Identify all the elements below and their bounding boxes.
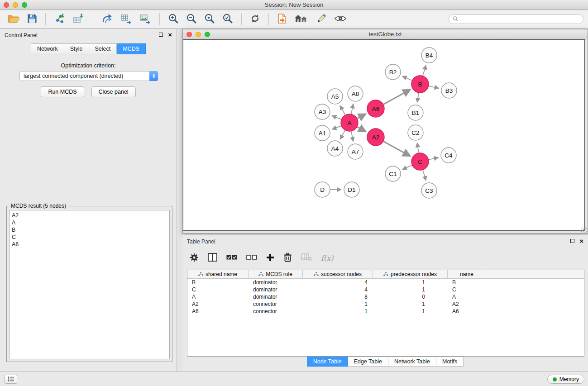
close-panel-icon[interactable]: × — [579, 238, 583, 243]
graph-edge-B-B1[interactable] — [417, 93, 419, 102]
graph-edge-A-A3[interactable] — [332, 116, 341, 119]
export-image-icon — [139, 13, 151, 25]
select-all-button[interactable] — [226, 254, 237, 262]
zoom-selected-button[interactable] — [219, 12, 236, 27]
list-item[interactable]: A6 — [12, 241, 167, 248]
network-minimize-button[interactable] — [196, 32, 201, 37]
column-header[interactable]: predecessor nodes — [373, 270, 448, 278]
float-panel-icon[interactable] — [159, 33, 163, 37]
annotation-pen-button[interactable] — [313, 12, 330, 27]
column-label: successor nodes — [321, 271, 362, 277]
table-row[interactable]: A dominator 8 0 A — [187, 293, 584, 300]
task-history-button[interactable] — [5, 375, 17, 384]
list-item[interactable]: C — [12, 234, 167, 241]
optimization-criterion-select[interactable]: largest connected component (directed) — [19, 71, 158, 81]
graph-edge-A-A7[interactable] — [351, 132, 353, 141]
graph-edge-B-B2[interactable] — [403, 76, 412, 81]
tab-motifs[interactable]: Motifs — [436, 357, 464, 367]
table-row[interactable]: B dominator 4 1 B — [187, 279, 584, 286]
graph-edge-A-A5[interactable] — [340, 106, 345, 114]
tab-node-table[interactable]: Node Table — [307, 357, 348, 367]
search-box[interactable] — [449, 14, 583, 24]
zoom-out-button[interactable] — [183, 12, 200, 27]
show-columns-button[interactable] — [208, 253, 217, 263]
close-window-button[interactable] — [4, 2, 9, 8]
delete-table-button[interactable] — [301, 253, 312, 262]
table-row[interactable]: A6 connector 1 1 A6 — [187, 308, 584, 315]
save-session-button[interactable] — [24, 12, 40, 27]
graph-node-label: A4 — [331, 145, 339, 152]
cell-predecessor-nodes: 0 — [373, 294, 448, 300]
graph-edge-C-C1[interactable] — [403, 165, 412, 169]
deselect-all-button[interactable] — [246, 254, 257, 262]
function-builder-button[interactable]: f(x) — [321, 254, 333, 262]
network-window[interactable]: testGlobe.txt B4B2BB3A5A8A6B1A3AC2A1A2A4… — [182, 29, 588, 234]
import-table-button[interactable] — [70, 12, 88, 27]
table-settings-button[interactable] — [190, 253, 199, 263]
zoom-fit-button[interactable] — [201, 12, 218, 27]
graph-edge-C-C4[interactable] — [429, 157, 438, 159]
toolbar-separator — [241, 13, 242, 25]
table-row[interactable]: C dominator 4 1 C — [187, 286, 584, 293]
add-column-button[interactable] — [266, 253, 274, 263]
open-recent-file-button[interactable] — [274, 12, 290, 27]
tab-select[interactable]: Select — [89, 43, 117, 54]
column-header[interactable]: shared name — [187, 270, 249, 278]
close-panel-button[interactable]: Close panel — [91, 86, 136, 97]
tab-style[interactable]: Style — [64, 43, 89, 54]
open-session-button[interactable] — [5, 12, 23, 27]
column-header[interactable]: name — [448, 270, 486, 278]
run-mcds-button[interactable]: Run MCDS — [41, 86, 84, 97]
hierarchy-icon — [314, 272, 319, 276]
graph-edge-A-A1[interactable] — [332, 126, 341, 129]
import-network-button[interactable] — [51, 12, 69, 27]
mcds-result-list[interactable]: A2 A B C A6 — [9, 210, 170, 359]
list-item[interactable]: A2 — [12, 212, 167, 219]
close-panel-icon[interactable]: × — [168, 32, 172, 37]
graph-edge-A-A6[interactable] — [358, 114, 365, 118]
resize-grip[interactable] — [581, 227, 587, 233]
network-zoom-button[interactable] — [205, 32, 210, 37]
column-header[interactable]: MCDS role — [249, 270, 303, 278]
graph-edge-A6-B[interactable] — [384, 90, 410, 105]
search-input[interactable] — [461, 16, 579, 23]
graph-edge-B-B4[interactable] — [423, 66, 426, 76]
float-panel-icon[interactable] — [570, 239, 574, 243]
graph-edge-B-B3[interactable] — [429, 86, 439, 88]
node-table[interactable]: shared name MCDS role successor nodes pr… — [187, 270, 584, 357]
refresh-button[interactable] — [247, 12, 263, 27]
export-network-button[interactable] — [98, 12, 116, 27]
zoom-in-button[interactable] — [165, 12, 182, 27]
search-icon — [453, 16, 459, 23]
graph-edge-C-C2[interactable] — [417, 143, 419, 153]
graph-edge-A-A2[interactable] — [358, 127, 366, 132]
tab-network-table[interactable]: Network Table — [388, 357, 436, 367]
memory-button[interactable]: Memory — [547, 375, 584, 384]
delete-column-button[interactable] — [283, 253, 292, 263]
network-close-button[interactable] — [186, 32, 192, 37]
network-window-titlebar[interactable]: testGlobe.txt — [183, 29, 588, 39]
graph-edge-A-A8[interactable] — [351, 105, 353, 114]
graph-edge-C-C3[interactable] — [423, 170, 426, 180]
network-graph[interactable]: B4B2BB3A5A8A6B1A3AC2A1A2A4A7C4CC1C3DD1 — [183, 40, 584, 230]
tab-mcds[interactable]: MCDS — [117, 43, 146, 54]
zoom-window-button[interactable] — [22, 2, 27, 8]
graph-edge-A-A4[interactable] — [340, 130, 345, 139]
toolbar-separator — [268, 13, 269, 25]
window-titlebar[interactable]: Session: New Session — [0, 0, 588, 10]
list-item[interactable]: B — [12, 226, 167, 234]
export-table-button[interactable] — [117, 12, 135, 27]
list-item[interactable]: A — [12, 219, 167, 226]
network-canvas[interactable]: B4B2BB3A5A8A6B1A3AC2A1A2A4A7C4CC1C3DD1 — [183, 39, 585, 231]
export-image-button[interactable] — [136, 12, 154, 27]
graph-node-label: C3 — [425, 187, 433, 194]
table-row[interactable]: A2 connector 1 1 A2 — [187, 300, 584, 308]
tab-network[interactable]: Network — [31, 43, 64, 54]
minimize-window-button[interactable] — [13, 2, 18, 8]
cell-name: A2 — [448, 301, 486, 307]
graph-edge-A2-C[interactable] — [384, 142, 410, 156]
tab-edge-table[interactable]: Edge Table — [348, 357, 388, 367]
show-hide-button[interactable] — [331, 12, 350, 27]
home-view-button[interactable] — [291, 12, 312, 27]
column-header[interactable]: successor nodes — [303, 270, 373, 278]
